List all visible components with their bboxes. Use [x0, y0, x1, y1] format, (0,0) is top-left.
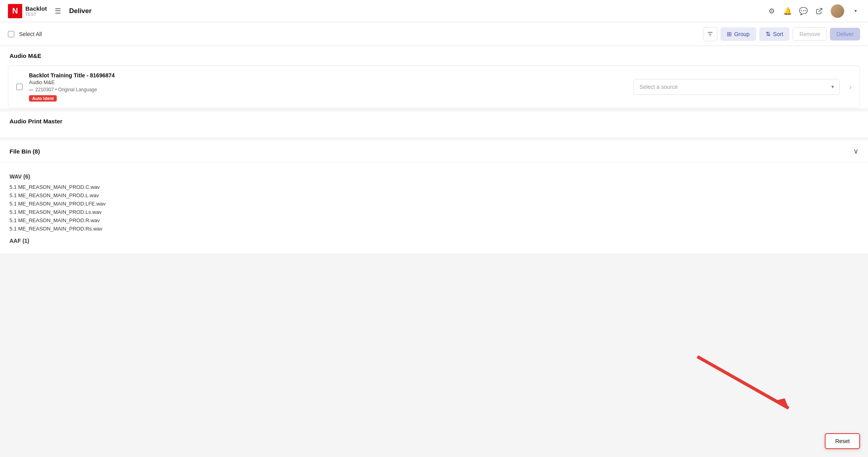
file-bin-chevron-icon[interactable]: ∨ — [853, 147, 858, 156]
file-item: 5.1 ME_REASON_MAIN_PROD.L.wav — [10, 191, 858, 200]
avatar[interactable] — [831, 4, 844, 18]
sort-button[interactable]: ⇅ Sort — [759, 27, 790, 41]
netflix-logo: N — [8, 4, 22, 18]
file-item: 5.1 ME_REASON_MAIN_PROD.R.wav — [10, 216, 858, 225]
file-bin-title: File Bin (8) — [10, 148, 40, 155]
audio-print-master-empty — [0, 128, 868, 137]
external-link-icon[interactable] — [815, 7, 824, 15]
audio-print-master-title: Audio Print Master — [0, 111, 868, 128]
group-button[interactable]: ⊞ Group — [720, 27, 756, 41]
item-subtitle: Audio M&E — [29, 79, 627, 85]
main-content: Audio M&E Backlot Training Title - 81696… — [0, 46, 868, 457]
meta-icon: ▭ — [29, 87, 33, 92]
audio-me-section: Audio M&E Backlot Training Title - 81696… — [0, 46, 868, 108]
source-select-wrapper: Select a source ▼ — [634, 79, 840, 95]
header-right: ⚙ 🔔 💬 ▼ — [767, 4, 860, 18]
notifications-icon[interactable]: 🔔 — [783, 7, 792, 15]
audio-print-master-section: Audio Print Master — [0, 111, 868, 137]
reset-button[interactable]: Reset — [825, 433, 860, 449]
logo-text: Backlot TEST — [25, 5, 47, 17]
file-bin-count: (8) — [33, 148, 40, 155]
select-all-label[interactable]: Select All — [19, 31, 42, 37]
select-all-checkbox[interactable] — [8, 31, 14, 37]
deliver-button: Deliver — [830, 28, 860, 40]
reset-button-wrapper: Reset — [825, 433, 860, 449]
file-item: 5.1 ME_REASON_MAIN_PROD.C.wav — [10, 183, 858, 191]
app-name: Backlot — [25, 5, 47, 12]
remove-button: Remove — [793, 27, 827, 41]
group-icon: ⊞ — [727, 31, 732, 38]
file-bin-section: File Bin (8) ∨ WAV (6) 5.1 ME_REASON_MAI… — [0, 140, 868, 253]
file-item: 5.1 ME_REASON_MAIN_PROD.Ls.wav — [10, 208, 858, 216]
file-item: 5.1 ME_REASON_MAIN_PROD.Rs.wav — [10, 225, 858, 233]
item-chevron-icon[interactable]: › — [849, 83, 852, 91]
app-env: TEST — [25, 12, 47, 17]
toolbar: Select All ⊞ Group ⇅ Sort Remove Deliver — [0, 22, 868, 46]
svg-line-0 — [819, 8, 822, 12]
aaf-group-label: AAF (1) — [10, 238, 858, 244]
user-dropdown-icon[interactable]: ▼ — [851, 7, 860, 15]
toolbar-left: Select All — [8, 31, 42, 37]
page-title: Deliver — [69, 7, 92, 15]
header-left: N Backlot TEST ☰ Deliver — [8, 4, 92, 18]
filter-button[interactable] — [703, 27, 717, 41]
file-bin-content: WAV (6) 5.1 ME_REASON_MAIN_PROD.C.wav 5.… — [0, 162, 868, 253]
sort-icon: ⇅ — [766, 31, 771, 38]
audio-me-title: Audio M&E — [0, 46, 868, 62]
item-info: Backlot Training Title - 81696874 Audio … — [29, 72, 627, 102]
toolbar-right: ⊞ Group ⇅ Sort Remove Deliver — [703, 27, 860, 41]
source-select-container: Select a source ▼ — [634, 79, 840, 95]
auto-ident-badge: Auto Ident — [29, 95, 57, 102]
item-meta: ▭ 2210307 • Original Language — [29, 87, 627, 92]
item-title: Backlot Training Title - 81696874 — [29, 72, 627, 79]
menu-icon[interactable]: ☰ — [53, 5, 63, 17]
item-checkbox[interactable] — [16, 84, 23, 90]
wav-group-label: WAV (6) — [10, 173, 858, 180]
chat-icon[interactable]: 💬 — [799, 7, 808, 15]
source-select[interactable]: Select a source — [634, 79, 840, 95]
file-item: 5.1 ME_REASON_MAIN_PROD.LFE.wav — [10, 200, 858, 208]
app-header: N Backlot TEST ☰ Deliver ⚙ 🔔 💬 ▼ — [0, 0, 868, 22]
file-bin-header[interactable]: File Bin (8) ∨ — [0, 140, 868, 162]
settings-icon[interactable]: ⚙ — [767, 7, 776, 15]
audio-me-item: Backlot Training Title - 81696874 Audio … — [8, 65, 860, 108]
logo-box: N Backlot TEST — [8, 4, 47, 18]
